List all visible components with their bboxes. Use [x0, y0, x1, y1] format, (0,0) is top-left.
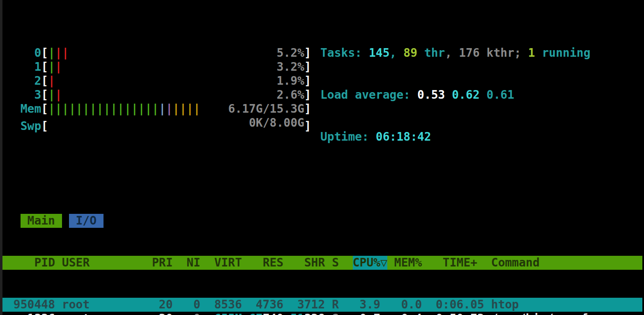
tab-main[interactable]: Main	[21, 214, 62, 228]
header-sort-arrow[interactable]: ▽	[380, 256, 387, 270]
cell-command: htop	[491, 298, 519, 312]
meter-bar: |||5.2%	[48, 46, 304, 60]
meter-tick: |	[152, 102, 159, 116]
meter-tick: |	[172, 102, 179, 116]
cell-mem: 0.4	[394, 312, 422, 315]
meter-tick: |	[48, 74, 55, 88]
cell-state-text: R	[332, 298, 339, 311]
meter-label: 1	[7, 60, 41, 74]
process-list: 950448root200853647363712R3.9 0.00:06.05…	[7, 298, 644, 315]
header-ni[interactable]: NI	[179, 256, 200, 270]
cell-ni: 0	[179, 298, 200, 312]
meter-close-bracket: ]	[304, 60, 311, 74]
table-header[interactable]: PIDUSERPRINIVIRTRESSHRSCPU%▽MEM%TIME+Com…	[2, 256, 642, 270]
header-mem[interactable]: MEM%	[394, 256, 422, 270]
cell-cpu: 3.9	[353, 298, 380, 312]
header-user[interactable]: USER	[62, 256, 152, 270]
meter-open-bracket: [	[41, 74, 48, 88]
meter-tick: |	[145, 102, 152, 116]
cell-shr-text: 328	[304, 312, 325, 315]
cell-ni: 0	[179, 312, 200, 315]
meter-tick: |	[55, 88, 62, 102]
tasks-text: , 176 kthr;	[445, 46, 528, 60]
meter-tick: |	[179, 102, 186, 116]
cell-res: 67740	[249, 312, 283, 315]
cell-state: R	[332, 298, 339, 312]
meter-tick: |	[97, 102, 104, 116]
system-info: Tasks: 145, 89 thr, 176 kthr; 1 running …	[320, 18, 590, 172]
uptime-line: Uptime: 06:18:42	[320, 130, 590, 144]
meter-tick: |	[193, 102, 200, 116]
cell-virt-text: 8536	[214, 298, 242, 311]
meter-tick: |	[131, 102, 138, 116]
meter-open-bracket: [	[41, 102, 48, 116]
cell-virt: 655M	[207, 312, 242, 315]
tasks-text: ,	[390, 46, 404, 60]
meter-tick: |	[83, 102, 90, 116]
spacer-row	[7, 172, 644, 186]
tasks-text: 89	[403, 46, 417, 60]
cell-res: 4736	[249, 298, 283, 312]
htop-terminal: 0[|||5.2%]1[||3.2%]2[|1.9%]3[||2.6%]Mem[…	[0, 0, 644, 315]
meter-tick: |	[62, 46, 69, 60]
cell-command-text: htop	[491, 298, 519, 311]
cell-time: 0:50.72	[422, 312, 484, 315]
header-cpu[interactable]: CPU%	[353, 256, 380, 270]
meter-open-bracket: [	[41, 46, 48, 60]
uptime-text: Uptime:	[320, 130, 376, 144]
header-res[interactable]: RES	[249, 256, 283, 270]
cell-res-text: 4736	[256, 298, 283, 311]
meter-value: 2.6%	[276, 88, 304, 102]
meter-tick: |	[69, 102, 76, 116]
meter-tick: |	[48, 46, 55, 60]
tasks-text: 145	[369, 46, 390, 60]
cell-time: 0:06.05	[422, 298, 484, 312]
header-pid[interactable]: PID	[7, 256, 55, 270]
meter-value: 6.17G/15.3G	[228, 102, 304, 116]
cell-virt-text: 655M	[214, 312, 242, 315]
meter-value: 3.2%	[276, 60, 304, 74]
meter-label: 0	[7, 46, 41, 60]
meter-tick: |	[48, 60, 55, 74]
meter-tick: |	[62, 102, 69, 116]
meter-close-bracket: ]	[304, 88, 311, 102]
tab-bar: MainI/O	[7, 214, 644, 228]
meter-close-bracket: ]	[304, 119, 311, 133]
header-pri[interactable]: PRI	[152, 256, 173, 270]
meter-close-bracket: ]	[304, 74, 311, 88]
meter-tick: |	[138, 102, 145, 116]
cell-state-text: S	[332, 312, 339, 315]
tasks-line: Tasks: 145, 89 thr, 176 kthr; 1 running	[320, 46, 590, 60]
load-average-text: Load average:	[320, 88, 417, 102]
meter-tick: |	[55, 102, 62, 116]
meter-bar: 0K/8.00G	[48, 116, 304, 130]
cell-command-text: /usr/bin/pmxcfs	[491, 312, 595, 315]
meter-tick: |	[55, 46, 62, 60]
meter-label: 3	[7, 88, 41, 102]
cell-user: root	[62, 312, 152, 315]
load-average-line: Load average: 0.53 0.62 0.61	[320, 88, 590, 102]
cell-ni-text: 0	[193, 298, 200, 311]
cell-pid: 950448	[7, 298, 55, 312]
meter-close-bracket: ]	[304, 46, 311, 60]
header-s[interactable]: S	[332, 256, 339, 270]
cell-arrow-gap	[380, 312, 387, 315]
header-shr[interactable]: SHR	[290, 256, 325, 270]
process-row[interactable]: 950448root200853647363712R3.9 0.00:06.05…	[2, 298, 642, 312]
cell-cpu: 0.7	[353, 312, 380, 315]
process-row[interactable]: 1336root200655M6774051328S0.7 0.40:50.72…	[7, 312, 644, 315]
meter-tick: |	[159, 102, 166, 116]
meter-open-bracket: [	[41, 119, 48, 133]
header-time[interactable]: TIME+	[422, 256, 484, 270]
cell-virt: 8536	[207, 298, 242, 312]
meter-tick: |	[124, 102, 131, 116]
tab-io[interactable]: I/O	[69, 214, 104, 228]
header-virt[interactable]: VIRT	[207, 256, 242, 270]
header-command[interactable]: Command	[491, 256, 540, 270]
cell-shr-text: 51	[290, 312, 304, 315]
meter-bar: |1.9%	[48, 74, 304, 88]
cell-mem-text: 0.4	[401, 312, 422, 315]
meter-open-bracket: [	[41, 60, 48, 74]
uptime-text: 06:18:42	[376, 130, 431, 144]
cell-mem-text: 0.0	[401, 298, 422, 311]
